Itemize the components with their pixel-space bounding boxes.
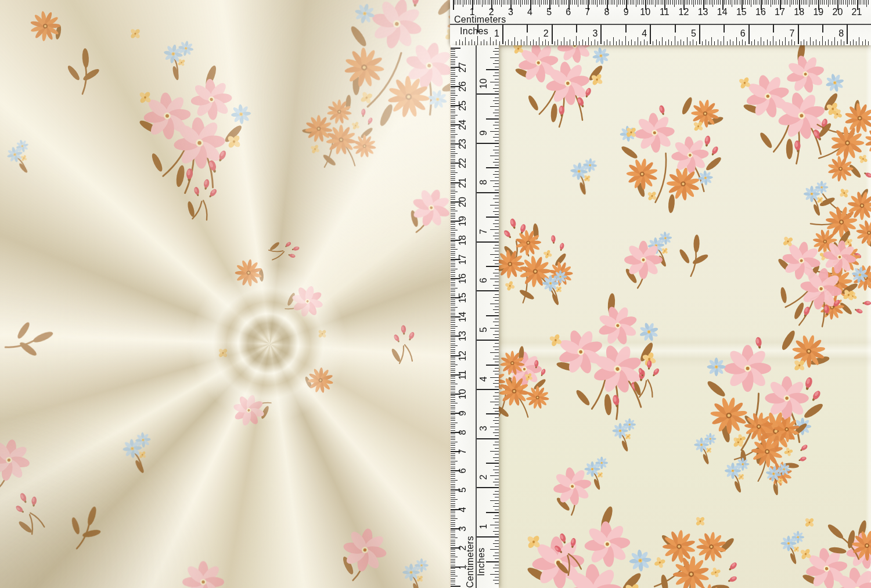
fraction-inch-tick xyxy=(495,146,499,147)
blue-flower-cluster xyxy=(121,432,153,475)
mm-tick xyxy=(859,0,859,5)
fraction-inch-tick xyxy=(490,279,499,279)
mm-tick xyxy=(451,193,455,194)
fraction-inch-tick xyxy=(536,41,537,45)
fraction-inch-tick xyxy=(595,39,595,45)
mm-tick xyxy=(494,0,494,5)
fraction-inch-tick xyxy=(495,128,499,129)
mm-tick xyxy=(451,111,455,111)
mm-tick xyxy=(634,0,634,5)
ydot-flower-cluster xyxy=(216,346,231,360)
fraction-inch-tick xyxy=(493,322,499,322)
mm-tick xyxy=(451,295,455,296)
fraction-inch-tick xyxy=(616,41,617,45)
half-cm-tick xyxy=(539,0,540,7)
fraction-inch-tick xyxy=(706,39,706,45)
cm-number: 22 xyxy=(458,157,468,169)
half-cm-tick xyxy=(451,345,458,346)
fraction-inch-tick xyxy=(495,442,499,442)
mm-tick xyxy=(528,0,528,5)
mm-tick xyxy=(451,142,455,142)
fraction-inch-tick xyxy=(832,41,832,45)
mm-tick xyxy=(836,0,836,5)
ydot-flower-cluster xyxy=(127,26,143,42)
inch-number: 8 xyxy=(478,176,489,188)
fraction-inch-tick xyxy=(487,41,487,45)
fraction-inch-tick xyxy=(567,41,567,45)
fraction-inch-tick xyxy=(495,571,499,572)
mm-tick xyxy=(801,0,802,5)
mm-tick xyxy=(451,224,455,225)
inch-tick xyxy=(798,24,799,44)
half-cm-tick xyxy=(482,0,483,7)
mm-tick xyxy=(605,0,606,5)
mm-tick xyxy=(451,59,455,60)
mm-tick xyxy=(451,515,455,515)
half-cm-tick xyxy=(451,403,458,403)
mm-tick xyxy=(667,0,667,5)
fraction-inch-tick xyxy=(495,214,499,215)
fraction-inch-tick xyxy=(548,41,549,45)
fraction-inch-tick xyxy=(751,41,752,45)
mm-tick xyxy=(557,0,557,5)
blue-flower-cluster xyxy=(725,457,750,493)
fraction-inch-tick xyxy=(579,41,580,45)
mm-tick xyxy=(451,284,455,284)
orange-flower-cluster xyxy=(498,341,557,428)
cm-number: 16 xyxy=(754,7,768,17)
half-cm-tick xyxy=(520,0,521,7)
mm-tick xyxy=(451,572,455,573)
fraction-inch-tick xyxy=(718,39,718,45)
fraction-inch-tick xyxy=(495,435,499,436)
mm-tick xyxy=(805,0,805,5)
half-inch-tick xyxy=(625,24,627,33)
fabric-swatch-scrunched xyxy=(0,0,450,588)
fraction-inch-tick xyxy=(493,88,499,89)
fraction-inch-tick xyxy=(495,122,499,122)
cm-number: 17 xyxy=(773,7,787,17)
half-cm-tick xyxy=(451,172,458,173)
inch-number: 6 xyxy=(735,28,746,39)
mm-tick xyxy=(705,0,706,5)
half-inch-tick xyxy=(675,24,676,33)
mm-tick xyxy=(572,0,573,5)
half-cm-tick xyxy=(451,442,458,442)
mm-tick xyxy=(451,73,455,73)
mm-tick xyxy=(672,0,673,5)
inch-number: 1 xyxy=(478,521,489,532)
mm-tick xyxy=(451,319,455,319)
pink1-flower-cluster xyxy=(624,241,663,288)
pink-flower-cluster xyxy=(730,45,862,174)
fraction-inch-tick xyxy=(495,202,499,203)
pink-flower-cluster xyxy=(520,502,658,588)
inch-number: 4 xyxy=(636,28,647,39)
fraction-inch-tick xyxy=(844,41,844,45)
fraction-inch-tick xyxy=(493,482,499,482)
half-inch-tick xyxy=(486,69,499,70)
fraction-inch-tick xyxy=(495,91,499,92)
mm-tick xyxy=(451,409,455,409)
half-cm-tick xyxy=(866,0,867,7)
fraction-inch-tick xyxy=(495,48,499,49)
mm-tick xyxy=(451,392,455,392)
fraction-inch-tick xyxy=(782,41,783,45)
fraction-inch-tick xyxy=(495,269,499,270)
mm-tick xyxy=(455,0,455,5)
mm-tick xyxy=(451,234,455,235)
half-inch-tick xyxy=(486,315,499,316)
fraction-inch-tick xyxy=(495,343,499,344)
blue-flower-cluster xyxy=(804,181,829,216)
mm-tick xyxy=(490,0,490,5)
fraction-inch-tick xyxy=(493,211,499,212)
fraction-inch-tick xyxy=(493,223,499,224)
fraction-inch-tick xyxy=(640,41,641,45)
mm-tick xyxy=(451,236,455,236)
mm-tick xyxy=(451,226,455,227)
mm-tick xyxy=(699,0,700,5)
cm-number: 10 xyxy=(458,388,468,400)
fraction-inch-tick xyxy=(856,41,856,45)
mm-tick xyxy=(451,82,455,82)
mm-tick xyxy=(676,0,676,5)
fraction-inch-tick xyxy=(721,41,721,45)
mm-tick xyxy=(451,478,455,479)
